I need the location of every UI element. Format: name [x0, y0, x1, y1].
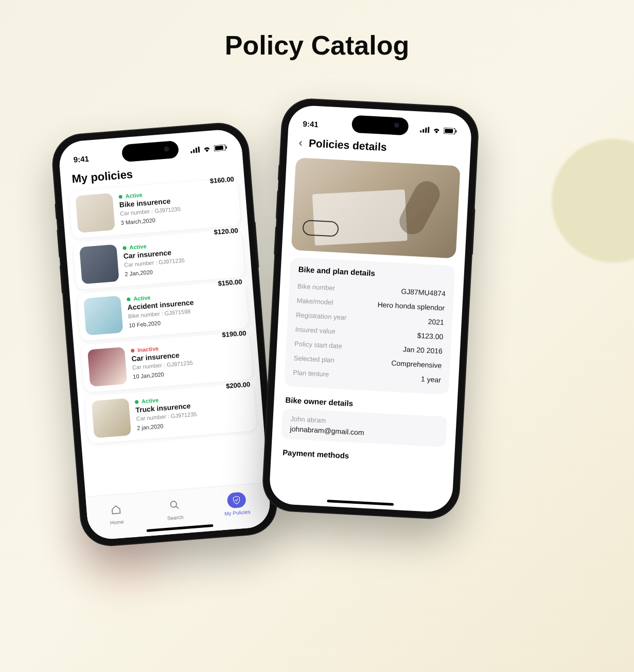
- svg-rect-2: [196, 148, 198, 153]
- status-dot-icon: [122, 246, 127, 250]
- svg-rect-15: [455, 130, 456, 133]
- phone-policy-details: 9:41 ‹ Policies details Bike and plan de…: [262, 98, 479, 520]
- policy-list[interactable]: $160.00ActiveBike insurenceCar number : …: [62, 178, 265, 444]
- detail-value: GJ87MU4874: [401, 287, 446, 297]
- plan-details-heading: Bike and plan details: [298, 265, 446, 281]
- nav-home[interactable]: Home: [106, 501, 126, 526]
- page-title: Policy Catalog: [0, 30, 634, 61]
- status-time: 9:41: [73, 154, 89, 164]
- detail-label: Insured value: [295, 325, 336, 335]
- policy-status: Active: [133, 294, 151, 302]
- svg-rect-11: [425, 128, 427, 133]
- policy-thumb: [79, 244, 119, 284]
- detail-value: 1 year: [421, 375, 442, 384]
- detail-value: Comprehensive: [391, 359, 442, 369]
- back-icon[interactable]: ‹: [298, 136, 303, 149]
- status-dot-icon: [135, 400, 139, 404]
- svg-rect-3: [198, 147, 200, 153]
- detail-label: Make/model: [296, 296, 333, 306]
- nav-my-policies[interactable]: My Policies: [223, 491, 251, 517]
- home-icon: [106, 501, 126, 518]
- status-dot-icon: [131, 348, 135, 352]
- detail-value: 2021: [428, 317, 444, 327]
- policy-status: Inactive: [137, 345, 159, 353]
- detail-label: Registration year: [296, 311, 347, 321]
- shield-icon: [226, 492, 246, 509]
- wifi-icon: [203, 146, 212, 152]
- svg-rect-10: [422, 129, 424, 133]
- policy-thumb: [75, 193, 115, 233]
- detail-label: Bike number: [297, 282, 336, 292]
- phone-my-policies: 9:41 My policies $160.00ActiveBike insur…: [51, 121, 278, 547]
- detail-label: Policy start date: [294, 340, 342, 350]
- policy-thumb: [83, 296, 123, 335]
- plan-details-card: Bike and plan details Bike numberGJ87MU4…: [284, 257, 455, 395]
- svg-rect-6: [226, 146, 227, 149]
- dynamic-island: [351, 115, 409, 136]
- policy-thumb: [87, 347, 127, 386]
- detail-value: $123.00: [417, 331, 443, 341]
- bg-blob: [552, 139, 634, 262]
- policy-card[interactable]: $200.00ActiveTruck insurenceCar number :…: [85, 383, 257, 444]
- status-dot-icon: [118, 194, 122, 199]
- status-dot-icon: [127, 297, 131, 302]
- search-icon: [165, 497, 184, 514]
- home-indicator[interactable]: [327, 500, 394, 506]
- signal-icon: [190, 147, 200, 153]
- policy-status: Active: [142, 397, 159, 404]
- wifi-icon: [432, 127, 441, 134]
- policy-status: Active: [129, 243, 147, 251]
- policy-thumb: [92, 398, 131, 438]
- status-time: 9:41: [303, 119, 319, 129]
- payment-methods-heading: Payment methods: [271, 445, 454, 470]
- policy-status: Active: [125, 192, 143, 200]
- policy-hero-image: [291, 157, 461, 259]
- detail-label: Selected plan: [293, 354, 334, 364]
- svg-rect-9: [420, 131, 421, 133]
- svg-rect-1: [193, 149, 195, 153]
- svg-rect-0: [190, 151, 192, 153]
- signal-icon: [420, 127, 430, 133]
- detail-value: Jan 20 2016: [402, 345, 443, 355]
- nav-search[interactable]: Search: [165, 497, 185, 521]
- battery-icon: [214, 144, 227, 151]
- details-title: Policies details: [308, 137, 387, 153]
- detail-label: Plan tenture: [293, 368, 329, 378]
- bottom-nav: Home Search My Policies: [85, 482, 272, 541]
- svg-rect-5: [215, 146, 224, 150]
- svg-rect-12: [428, 127, 430, 133]
- svg-line-8: [175, 506, 178, 508]
- battery-icon: [444, 128, 457, 134]
- detail-value: Hero honda splendor: [377, 300, 445, 312]
- svg-rect-14: [445, 129, 453, 133]
